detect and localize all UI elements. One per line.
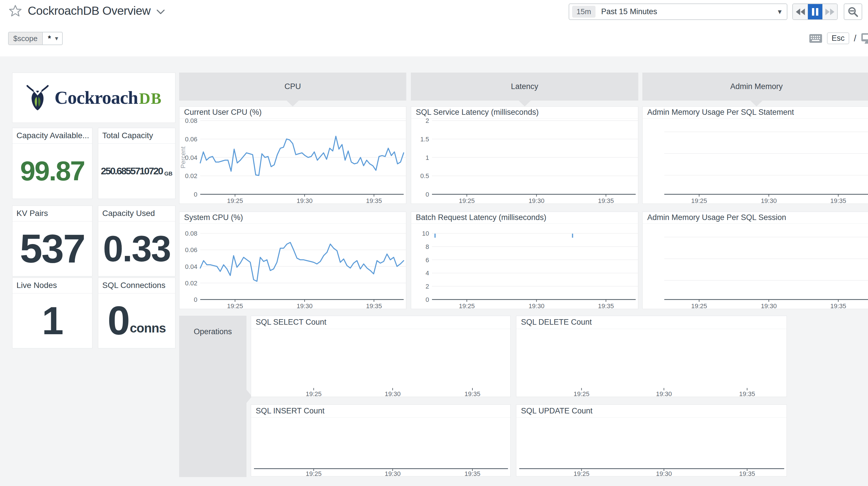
group-label: Operations xyxy=(194,327,232,336)
chart-title: SQL DELETE Count xyxy=(516,316,786,329)
chart-sql-service-latency[interactable]: SQL Service Latency (milliseconds) 00.51… xyxy=(411,106,638,204)
svg-text:19:25: 19:25 xyxy=(459,303,475,309)
group-label: Latency xyxy=(511,82,538,91)
fast-forward-button[interactable] xyxy=(823,4,837,19)
stat-value: 250.6855710720 xyxy=(101,165,162,177)
stat-unit: GB xyxy=(164,171,173,177)
chart-admin-memory-session[interactable]: Admin Memory Usage Per SQL Session 19:25… xyxy=(642,211,868,309)
scope-variable-selector[interactable]: $scope * ▾ xyxy=(8,32,63,45)
time-range-selector[interactable]: 15m Past 15 Minutes ▾ xyxy=(569,3,787,20)
stat-kv-pairs[interactable]: KV Pairs 537 xyxy=(12,205,92,277)
svg-text:19:35: 19:35 xyxy=(464,470,480,476)
svg-text:19:30: 19:30 xyxy=(656,390,672,397)
svg-text:19:35: 19:35 xyxy=(831,303,846,309)
group-header-latency[interactable]: Latency xyxy=(411,73,638,101)
stat-value: 0.33 xyxy=(103,228,170,270)
chart-system-cpu[interactable]: System CPU (%) 00.020.040.060.0819:2519:… xyxy=(179,211,406,309)
svg-text:19:35: 19:35 xyxy=(831,197,846,203)
svg-text:0.04: 0.04 xyxy=(185,154,197,161)
stat-sql-connections[interactable]: SQL Connections 0conns xyxy=(98,278,176,348)
chart-title: SQL SELECT Count xyxy=(251,316,510,329)
chart-title: System CPU (%) xyxy=(180,212,406,224)
chart-sql-delete-count[interactable]: SQL DELETE Count 19:2519:3019:35 xyxy=(516,316,787,397)
pause-icon xyxy=(811,7,819,16)
svg-text:0.04: 0.04 xyxy=(185,263,197,270)
chart-title: Current User CPU (%) xyxy=(180,107,406,118)
batch-request-latency-plot: 024681019:2519:3019:35 xyxy=(411,224,638,309)
system-cpu-plot: 00.020.040.060.0819:2519:3019:35 xyxy=(180,224,406,309)
sql-delete-count-plot: 19:2519:3019:35 xyxy=(516,329,786,397)
svg-text:19:30: 19:30 xyxy=(384,470,401,476)
sql-update-count-plot: 19:2519:3019:35 xyxy=(516,418,786,476)
svg-text:0.06: 0.06 xyxy=(185,246,197,254)
svg-text:4: 4 xyxy=(426,269,429,277)
shortcut-hint-row: Esc / xyxy=(809,32,868,44)
sql-select-count-plot: 19:2519:3019:35 xyxy=(251,329,510,397)
stat-total-capacity[interactable]: Total Capacity 250.6855710720GB xyxy=(98,128,176,199)
svg-text:19:35: 19:35 xyxy=(598,303,614,309)
zoom-out-magnifier-icon xyxy=(847,6,859,18)
dashboard-title-row: CockroachDB Overview xyxy=(9,4,165,18)
stat-title: Live Nodes xyxy=(12,278,92,293)
stat-value: 0 xyxy=(107,297,129,344)
sql-service-latency-plot: 00.511.5219:2519:3019:35 xyxy=(411,118,638,203)
stat-value: 537 xyxy=(20,225,85,272)
admin-memory-session-plot: 19:2519:3019:35 xyxy=(643,224,868,309)
tv-mode-icon[interactable] xyxy=(861,33,868,44)
rewind-icon xyxy=(795,7,806,16)
keyboard-icon[interactable] xyxy=(809,34,823,43)
chart-current-user-cpu[interactable]: Current User CPU (%) 00.020.040.060.0819… xyxy=(179,106,406,204)
chart-sql-update-count[interactable]: SQL UPDATE Count 19:2519:3019:35 xyxy=(516,404,787,477)
svg-text:8: 8 xyxy=(426,243,429,250)
svg-text:0: 0 xyxy=(426,296,429,303)
svg-text:19:35: 19:35 xyxy=(739,470,755,476)
svg-text:19:30: 19:30 xyxy=(528,197,545,203)
time-range-label: Past 15 Minutes xyxy=(601,7,778,16)
title-chevron-down-icon[interactable] xyxy=(156,9,165,15)
group-header-admin-memory[interactable]: Admin Memory xyxy=(642,73,868,101)
stat-capacity-available[interactable]: Capacity Available... 99.87 xyxy=(12,128,92,199)
svg-text:19:35: 19:35 xyxy=(366,197,382,203)
stat-title: Capacity Available... xyxy=(12,128,92,144)
stat-title: Capacity Used xyxy=(98,206,175,222)
svg-text:0: 0 xyxy=(426,191,429,198)
favorite-star-icon[interactable] xyxy=(9,4,22,18)
slash-separator: / xyxy=(854,33,857,44)
chart-admin-memory-statement[interactable]: Admin Memory Usage Per SQL Statement 19:… xyxy=(642,106,868,204)
pause-button[interactable] xyxy=(808,4,823,19)
svg-text:19:35: 19:35 xyxy=(366,303,382,309)
current-user-cpu-plot: 00.020.040.060.0819:2519:3019:35Percent xyxy=(180,118,406,203)
chart-batch-request-latency[interactable]: Batch Request Latency (milliseconds) 024… xyxy=(411,211,638,309)
svg-text:0: 0 xyxy=(194,296,197,303)
chart-title: Batch Request Latency (milliseconds) xyxy=(411,212,638,224)
svg-text:0.02: 0.02 xyxy=(185,172,197,179)
svg-text:0.08: 0.08 xyxy=(185,230,197,237)
stat-value: 99.87 xyxy=(20,155,85,187)
logo-wordmark: Cockroach xyxy=(55,87,138,108)
svg-text:0.08: 0.08 xyxy=(185,118,197,124)
stat-title: Total Capacity xyxy=(98,128,175,144)
svg-text:19:25: 19:25 xyxy=(574,390,589,397)
zoom-out-button[interactable] xyxy=(844,3,862,20)
group-header-operations[interactable]: Operations xyxy=(179,316,246,477)
playback-controls xyxy=(792,3,838,20)
scope-variable-value: * xyxy=(43,32,55,45)
svg-text:10: 10 xyxy=(422,230,429,237)
group-label: Admin Memory xyxy=(730,82,783,91)
svg-text:19:30: 19:30 xyxy=(761,197,777,203)
stat-live-nodes[interactable]: Live Nodes 1 xyxy=(12,278,92,348)
svg-text:6: 6 xyxy=(426,256,429,264)
chart-sql-insert-count[interactable]: SQL INSERT Count 19:2519:3019:35 xyxy=(251,404,510,477)
svg-text:1: 1 xyxy=(426,154,429,161)
svg-text:19:25: 19:25 xyxy=(574,470,589,476)
svg-text:19:30: 19:30 xyxy=(656,470,672,476)
stat-title: KV Pairs xyxy=(12,206,92,222)
stat-capacity-used[interactable]: Capacity Used 0.33 xyxy=(98,205,176,277)
svg-text:19:25: 19:25 xyxy=(227,197,243,203)
svg-text:0: 0 xyxy=(194,191,197,198)
top-header: CockroachDB Overview 15m Past 15 Minutes… xyxy=(0,0,868,56)
rewind-button[interactable] xyxy=(793,4,808,19)
group-header-cpu[interactable]: CPU xyxy=(179,73,406,101)
chart-sql-select-count[interactable]: SQL SELECT Count 19:2519:3019:35 xyxy=(251,316,510,397)
esc-key-label: Esc xyxy=(827,32,849,44)
